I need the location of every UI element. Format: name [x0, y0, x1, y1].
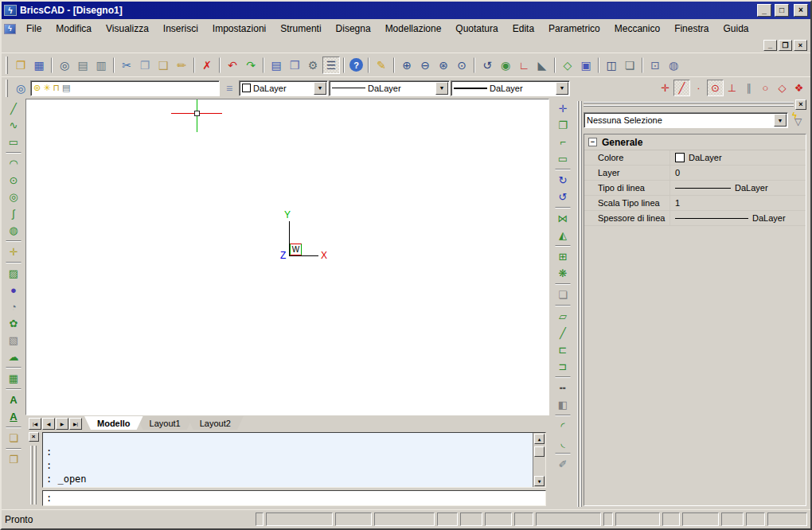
rotate-3d-icon[interactable]: ↺ — [554, 189, 572, 205]
menu-item[interactable]: Guida — [716, 21, 755, 37]
shade-icon[interactable]: ◇ — [559, 57, 576, 74]
polyline-icon[interactable]: ∿ — [5, 117, 22, 134]
status-panel[interactable] — [603, 512, 613, 526]
export-icon[interactable]: ▥ — [92, 57, 110, 74]
solids-icon[interactable]: ◍ — [665, 57, 682, 74]
status-panel[interactable] — [485, 512, 512, 526]
move-icon[interactable]: ✛ — [554, 100, 572, 117]
snap-center-icon[interactable]: ⊙ — [707, 80, 724, 96]
zoom-extents-icon[interactable]: ⊛ — [435, 57, 452, 74]
property-row[interactable]: Tipo di linea DaLayer — [584, 181, 806, 196]
open-boundary-icon[interactable]: ⊐ — [554, 358, 572, 375]
render-icon[interactable]: ▣ — [577, 57, 595, 74]
settings-icon[interactable]: ⚙ — [304, 57, 322, 74]
layer-states-icon[interactable]: ≡ — [221, 80, 238, 97]
selection-filter-icon[interactable]: ▽ ϟ — [792, 113, 806, 127]
cut-icon[interactable]: ✂ — [118, 57, 135, 74]
layout-tab[interactable]: Layout2 — [187, 416, 244, 430]
menu-item[interactable]: Inserisci — [156, 21, 205, 37]
scroll-down-icon[interactable]: ▼ — [534, 476, 545, 486]
property-value[interactable]: 0 — [670, 168, 806, 177]
fillet-icon[interactable]: ◜ — [554, 418, 572, 435]
array-icon[interactable]: ⊞ — [554, 248, 572, 265]
layout-tab[interactable]: Layout1 — [137, 416, 193, 430]
drawing-canvas[interactable]: Y X Z W — [25, 99, 549, 415]
property-row[interactable]: Colore DaLayer — [584, 150, 806, 166]
status-panel[interactable] — [662, 512, 680, 526]
menu-item[interactable]: Modifica — [49, 21, 99, 37]
drawing-explorer-icon[interactable]: ▤ — [267, 57, 285, 74]
menu-item[interactable]: Modellazione — [378, 21, 449, 37]
status-panel[interactable] — [437, 512, 458, 526]
rotate-icon[interactable]: ↻ — [554, 172, 572, 189]
close-button[interactable]: × — [794, 4, 808, 17]
sketch-icon[interactable]: ✎ — [373, 57, 390, 74]
property-value[interactable]: DaLayer — [670, 213, 806, 223]
status-panel[interactable] — [374, 512, 435, 526]
scroll-up-icon[interactable]: ▲ — [534, 434, 545, 444]
status-panel[interactable] — [682, 512, 719, 526]
text-icon[interactable]: A — [5, 392, 22, 408]
property-value[interactable]: DaLayer — [670, 183, 806, 193]
properties-panel-grip-vertical[interactable] — [576, 99, 582, 509]
block-icon[interactable]: ❏ — [5, 430, 22, 446]
command-grip[interactable] — [30, 444, 37, 506]
menu-item[interactable]: Meccanico — [607, 21, 667, 37]
property-value[interactable]: 1 — [670, 198, 806, 208]
color-dropdown[interactable]: DaLayer ▼ — [239, 80, 328, 96]
mirror-icon[interactable]: ⋈ — [554, 210, 572, 227]
edit-polyline-icon[interactable]: ✐ — [554, 456, 572, 473]
dropdown-arrow-icon[interactable]: ▼ — [774, 114, 787, 127]
status-panel[interactable] — [767, 512, 807, 526]
explode-icon[interactable]: ◧ — [554, 396, 572, 413]
menu-item[interactable]: Parametrico — [541, 21, 607, 37]
copy-icon[interactable]: ❐ — [136, 57, 154, 74]
trim-icon[interactable]: ▱ — [554, 308, 572, 325]
mdi-restore-button[interactable]: ❐ — [779, 40, 792, 51]
rectangle-icon[interactable]: ▭ — [5, 134, 22, 150]
layer-freeze-icon[interactable]: ✳ — [43, 84, 50, 92]
snap-tangent-icon[interactable]: ○ — [757, 80, 774, 96]
layer-on-icon[interactable]: ⊚ — [33, 84, 41, 92]
layout-tab[interactable]: Modello — [84, 416, 143, 430]
status-panel[interactable] — [721, 512, 744, 526]
layer-lock-icon[interactable]: ⊓ — [53, 84, 60, 92]
snap-quadrant-icon[interactable]: ◇ — [774, 80, 791, 96]
zoom-out-icon[interactable]: ⊖ — [416, 57, 434, 74]
layer-explorer-icon[interactable]: ◎ — [12, 80, 29, 97]
delete-icon[interactable]: ✗ — [198, 57, 216, 74]
ellipse-icon[interactable]: ◍ — [5, 222, 22, 239]
mdi-minimize-button[interactable]: _ — [763, 40, 777, 51]
save-icon[interactable]: ▦ — [30, 57, 48, 74]
layer-print-icon[interactable]: ▤ — [62, 84, 70, 92]
menu-item[interactable]: Disegna — [329, 21, 378, 37]
snap-insertion-icon[interactable]: ❖ — [791, 80, 807, 96]
scrollbar-thumb[interactable] — [534, 446, 545, 457]
menu-item[interactable]: Strumenti — [273, 21, 328, 37]
status-panel[interactable] — [536, 512, 601, 526]
open-icon[interactable]: ❐ — [12, 57, 29, 74]
menu-item[interactable]: Edita — [506, 21, 541, 37]
paste-icon[interactable]: ❑ — [154, 57, 172, 74]
zoom-in-icon[interactable]: ⊕ — [398, 57, 416, 74]
boundary-icon[interactable]: ✿ — [5, 315, 22, 332]
arc-icon[interactable]: ◠ — [5, 155, 22, 172]
status-panel[interactable] — [335, 512, 372, 526]
snap-endpoint-icon[interactable]: ╱ — [673, 80, 690, 96]
menu-item[interactable]: Quotatura — [448, 21, 505, 37]
table-icon[interactable]: ▦ — [5, 370, 22, 387]
lineweight-dropdown[interactable]: DaLayer ▼ — [451, 80, 570, 96]
donut-icon[interactable]: ◎ — [5, 189, 22, 205]
snap-perpendicular-icon[interactable]: ⊥ — [724, 80, 740, 96]
properties-panel-grip[interactable]: × — [584, 100, 806, 108]
dropdown-arrow-icon[interactable]: ▼ — [314, 82, 326, 95]
orbit-icon[interactable]: ↺ — [478, 57, 496, 74]
sheet-sets-icon[interactable]: ❒ — [286, 57, 303, 74]
status-panel[interactable] — [514, 512, 533, 526]
circle-icon[interactable]: ⊙ — [5, 172, 22, 189]
maximize-button[interactable]: □ — [775, 4, 789, 17]
snap-nearest-icon[interactable]: ✛ — [657, 80, 673, 96]
properties-close-icon[interactable]: × — [795, 99, 806, 110]
copy-entities-icon[interactable]: ❐ — [554, 117, 572, 134]
menu-item[interactable]: Impostazioni — [205, 21, 273, 37]
